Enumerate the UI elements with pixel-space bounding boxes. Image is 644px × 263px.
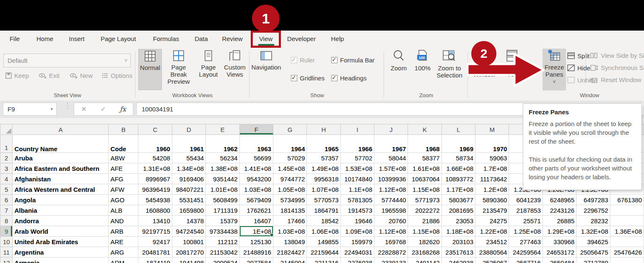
cell-G8[interactable]: 17466: [273, 216, 306, 226]
cell-L11[interactable]: 23517613: [441, 247, 475, 258]
cell-G1[interactable]: 1964: [273, 135, 306, 153]
cell-M2[interactable]: 59063: [475, 153, 509, 163]
view-side-by-side-button[interactable]: View Side by Si: [589, 52, 644, 59]
cell-G2[interactable]: 57029: [273, 153, 306, 163]
cell-N7[interactable]: 2187853: [509, 205, 543, 216]
cell-H5[interactable]: 1.07E+08: [307, 184, 340, 195]
page-layout-button[interactable]: Page Layout: [196, 49, 221, 89]
cell-F8[interactable]: 16407: [239, 216, 273, 226]
cell-N8[interactable]: 25571: [509, 216, 543, 226]
cell-O9[interactable]: 1.29E+08: [543, 226, 576, 237]
cell-I5[interactable]: 1.1E+08: [340, 184, 374, 195]
cell-L1[interactable]: 1969: [441, 135, 475, 153]
cell-C7[interactable]: 1608800: [138, 205, 172, 216]
cell-J6[interactable]: 5774440: [374, 195, 408, 205]
cell-E12[interactable]: 2009524: [206, 258, 239, 263]
column-header-G[interactable]: G: [273, 124, 306, 135]
cell-M1[interactable]: 1970: [475, 135, 509, 153]
cell-G9[interactable]: 1.03E+08: [273, 226, 306, 237]
name-box-dropdown-icon[interactable]: ▾: [50, 103, 53, 115]
cell-L6[interactable]: 5803677: [441, 195, 475, 205]
row-header-7[interactable]: 7: [0, 205, 13, 216]
cell-K5[interactable]: 1.15E+08: [408, 184, 441, 195]
cell-E10[interactable]: 112112: [206, 237, 239, 247]
row-header-5[interactable]: 5: [0, 184, 13, 195]
cell-K1[interactable]: 1968: [408, 135, 441, 153]
tab-page-layout[interactable]: Page Layout: [97, 31, 139, 47]
cell-E1[interactable]: 1962: [206, 135, 239, 153]
cell-G5[interactable]: 1.05E+08: [273, 184, 306, 195]
cell-I6[interactable]: 5781305: [340, 195, 374, 205]
column-header-D[interactable]: D: [172, 124, 205, 135]
cell-K6[interactable]: 5771973: [408, 195, 441, 205]
tab-review[interactable]: Review: [220, 31, 245, 47]
cell-M10[interactable]: 234512: [475, 237, 509, 247]
cell-F4[interactable]: 9543200: [239, 174, 273, 184]
cell-P10[interactable]: 394625: [576, 237, 610, 247]
cell-H7[interactable]: 1864791: [307, 205, 340, 216]
cell-I4[interactable]: 10174840: [340, 174, 374, 184]
cell-O8[interactable]: 26885: [543, 216, 576, 226]
cell-G3[interactable]: 1.45E+08: [273, 163, 306, 174]
cell-I11[interactable]: 22494031: [340, 247, 374, 258]
cell-C8[interactable]: 13410: [138, 216, 172, 226]
cell-N10[interactable]: 277463: [509, 237, 543, 247]
synchronous-scrolling-button[interactable]: Synchronous Sc: [589, 64, 644, 71]
cell-E2[interactable]: 56234: [206, 153, 239, 163]
cell-H4[interactable]: 9956318: [307, 174, 340, 184]
cell-L7[interactable]: 2081695: [441, 205, 475, 216]
cell-Q11[interactable]: 25476426: [610, 247, 644, 258]
normal-view-button[interactable]: Normal: [138, 49, 162, 90]
cell-A2[interactable]: Aruba: [13, 153, 109, 163]
cell-M8[interactable]: 24275: [475, 216, 509, 226]
cell-O7[interactable]: 2243126: [543, 205, 576, 216]
cell-I10[interactable]: 159979: [340, 237, 374, 247]
cell-F11[interactable]: 21488916: [239, 247, 273, 258]
cell-E7[interactable]: 1711319: [206, 205, 239, 216]
cell-B8[interactable]: AND: [109, 216, 138, 226]
cell-I12[interactable]: 2276038: [340, 258, 374, 263]
row-header-6[interactable]: 6: [0, 195, 13, 205]
cell-L2[interactable]: 58734: [441, 153, 475, 163]
cell-J3[interactable]: 1.57E+08: [374, 163, 408, 174]
cell-B1[interactable]: Code: [109, 135, 138, 153]
cell-D7[interactable]: 1659800: [172, 205, 205, 216]
cell-C10[interactable]: 92417: [138, 237, 172, 247]
cell-O11[interactable]: 24653172: [543, 247, 576, 258]
cell-D3[interactable]: 1.34E+08: [172, 163, 205, 174]
cell-K9[interactable]: 1.15E+08: [408, 226, 441, 237]
cell-P9[interactable]: 1.32E+08: [576, 226, 610, 237]
cell-J10[interactable]: 169768: [374, 237, 408, 247]
cell-B2[interactable]: ABW: [109, 153, 138, 163]
cell-D9[interactable]: 94724540: [172, 226, 205, 237]
cell-I1[interactable]: 1966: [340, 135, 374, 153]
row-header-1[interactable]: 1: [0, 135, 13, 153]
cell-F6[interactable]: 5679409: [239, 195, 273, 205]
sheet-view-combo[interactable]: Default ˅: [3, 54, 131, 67]
cell-A8[interactable]: Andorra: [13, 216, 109, 226]
cell-F2[interactable]: 56699: [239, 153, 273, 163]
cell-K10[interactable]: 182620: [408, 237, 441, 247]
cell-H12[interactable]: 2211316: [307, 258, 340, 263]
cell-H8[interactable]: 18542: [307, 216, 340, 226]
cell-L8[interactable]: 23053: [441, 216, 475, 226]
cell-C2[interactable]: 54208: [138, 153, 172, 163]
exit-button[interactable]: Exit: [39, 72, 60, 79]
tab-help[interactable]: Help: [329, 31, 346, 47]
cell-Q6[interactable]: 6761380: [610, 195, 644, 205]
cell-J5[interactable]: 1.12E+08: [374, 184, 408, 195]
select-all-corner[interactable]: [0, 124, 13, 135]
row-header-4[interactable]: 4: [0, 174, 13, 184]
cell-C3[interactable]: 1.31E+08: [138, 163, 172, 174]
cell-L5[interactable]: 1.17E+08: [441, 184, 475, 195]
options-button[interactable]: Options: [101, 72, 132, 79]
row-header-8[interactable]: 8: [0, 216, 13, 226]
ruler-checkbox-icon[interactable]: [291, 57, 297, 63]
cell-J12[interactable]: 2339133: [374, 258, 408, 263]
row-header-12[interactable]: 12: [0, 258, 13, 263]
cell-D2[interactable]: 55434: [172, 153, 205, 163]
cell-F10[interactable]: 125130: [239, 237, 273, 247]
new-sheetview-button[interactable]: New: [70, 72, 93, 79]
cell-D8[interactable]: 14378: [172, 216, 205, 226]
cell-M3[interactable]: 1.7E+08: [475, 163, 509, 174]
